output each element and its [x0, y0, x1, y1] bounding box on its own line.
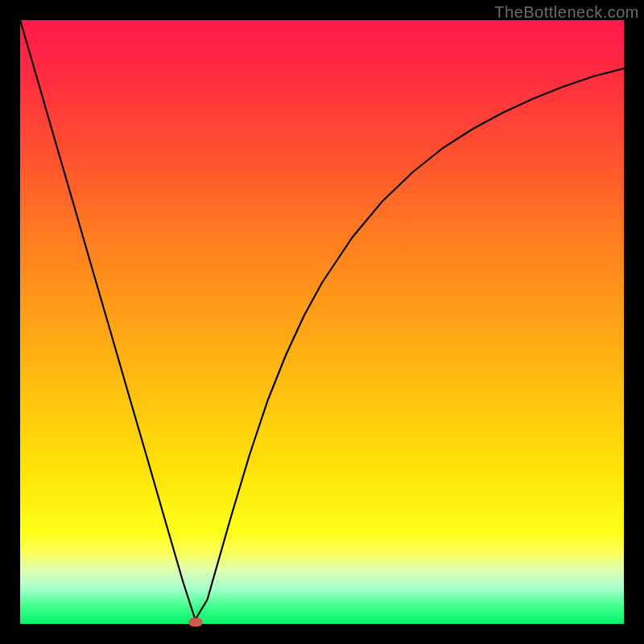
- attribution-text: TheBottleneck.com: [494, 3, 639, 22]
- chart-frame: TheBottleneck.com: [0, 0, 644, 644]
- bottleneck-curve: [20, 20, 624, 624]
- optimum-marker: [188, 617, 202, 626]
- plot-area: [20, 20, 624, 624]
